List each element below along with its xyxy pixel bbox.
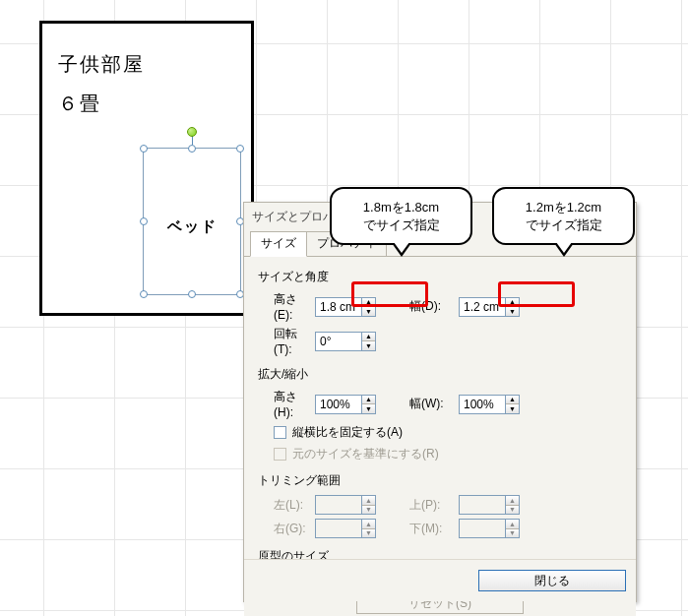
resize-handle-s[interactable] [188, 290, 196, 298]
close-button[interactable]: 閉じる [478, 570, 626, 591]
section-size-angle: サイズと角度 [258, 269, 622, 285]
label-scale-width: 幅(W): [409, 396, 459, 412]
scale-width-value[interactable]: 100% [460, 396, 505, 413]
room-title: 子供部屋 [58, 51, 145, 78]
label-lock-aspect: 縦横比を固定する(A) [292, 424, 403, 441]
rotate-handle[interactable] [187, 127, 197, 137]
resize-handle-w[interactable] [140, 217, 148, 225]
rotation-field[interactable]: 0° ▲ ▼ [315, 332, 376, 351]
rotate-stem [192, 136, 193, 145]
checkbox-lock-aspect[interactable] [274, 426, 286, 439]
room-mat-size: ６畳 [58, 91, 101, 117]
crop-bottom-spin-down: ▼ [506, 528, 519, 538]
crop-right-spin-up: ▲ [362, 520, 375, 528]
dialog-footer: 閉じる [244, 559, 636, 601]
crop-left-value [316, 496, 361, 514]
width-spin-down[interactable]: ▼ [506, 306, 519, 316]
rotation-value[interactable]: 0° [316, 333, 361, 350]
scale-height-spin-up[interactable]: ▲ [362, 396, 375, 404]
crop-top-spin-down: ▼ [506, 505, 519, 515]
size-properties-dialog: サイズとプロパティ サイズ プロパティ サイズと角度 高さ(E): 1.8 cm… [243, 202, 637, 602]
bed-shape[interactable]: ベッド [143, 148, 241, 295]
callout-height-line1: 1.8mを1.8cm [363, 200, 439, 215]
crop-left-spin-down: ▼ [362, 505, 375, 515]
width-spin-up[interactable]: ▲ [506, 298, 519, 307]
callout-width: 1.2mを1.2cm でサイズ指定 [492, 187, 635, 245]
label-crop-bottom: 下(M): [409, 521, 459, 537]
crop-bottom-field: ▲ ▼ [459, 519, 520, 538]
crop-right-field: ▲ ▼ [315, 519, 376, 538]
label-crop-left: 左(L): [258, 497, 315, 514]
bed-label: ベッド [144, 217, 240, 236]
crop-top-spin-up: ▲ [506, 496, 519, 505]
height-spin-down[interactable]: ▼ [362, 306, 375, 316]
resize-handle-n[interactable] [188, 145, 196, 153]
crop-bottom-spin-up: ▲ [506, 520, 519, 528]
height-value[interactable]: 1.8 cm [316, 298, 361, 316]
scale-width-spin-up[interactable]: ▲ [506, 396, 519, 404]
resize-handle-ne[interactable] [236, 145, 244, 153]
section-scale: 拡大/縮小 [258, 366, 622, 383]
crop-left-field: ▲ ▼ [315, 495, 376, 515]
callout-width-line1: 1.2mを1.2cm [526, 200, 601, 215]
resize-handle-nw[interactable] [140, 145, 148, 153]
resize-handle-sw[interactable] [140, 290, 148, 298]
callout-width-line2: でサイズ指定 [526, 217, 602, 232]
crop-top-value [460, 496, 505, 514]
callout-height-line2: でサイズ指定 [363, 217, 440, 232]
label-width: 幅(D): [409, 298, 459, 315]
checkbox-relative-original [274, 448, 286, 461]
label-height: 高さ(E): [258, 291, 315, 322]
rotation-spin-down[interactable]: ▼ [362, 340, 375, 350]
crop-right-value [316, 520, 361, 537]
tab-size[interactable]: サイズ [250, 231, 307, 257]
scale-width-spin-down[interactable]: ▼ [506, 403, 519, 413]
label-rotation: 回転(T): [258, 326, 315, 356]
crop-right-spin-down: ▼ [362, 528, 375, 538]
scale-height-spin-down[interactable]: ▼ [362, 403, 375, 413]
label-crop-right: 右(G): [258, 521, 315, 537]
crop-top-field: ▲ ▼ [459, 495, 520, 515]
label-relative-original: 元のサイズを基準にする(R) [292, 446, 439, 462]
scale-height-value[interactable]: 100% [316, 396, 361, 413]
scale-width-field[interactable]: 100% ▲ ▼ [459, 395, 520, 414]
label-crop-top: 上(P): [409, 497, 459, 514]
crop-left-spin-up: ▲ [362, 496, 375, 505]
rotation-spin-up[interactable]: ▲ [362, 333, 375, 341]
width-field[interactable]: 1.2 cm ▲ ▼ [459, 297, 520, 317]
scale-height-field[interactable]: 100% ▲ ▼ [315, 395, 376, 414]
callout-height: 1.8mを1.8cm でサイズ指定 [330, 187, 472, 245]
section-crop: トリミング範囲 [258, 472, 622, 489]
height-field[interactable]: 1.8 cm ▲ ▼ [315, 297, 376, 317]
label-scale-height: 高さ(H): [258, 389, 315, 419]
crop-bottom-value [460, 520, 505, 537]
height-spin-up[interactable]: ▲ [362, 298, 375, 307]
width-value[interactable]: 1.2 cm [460, 298, 505, 316]
